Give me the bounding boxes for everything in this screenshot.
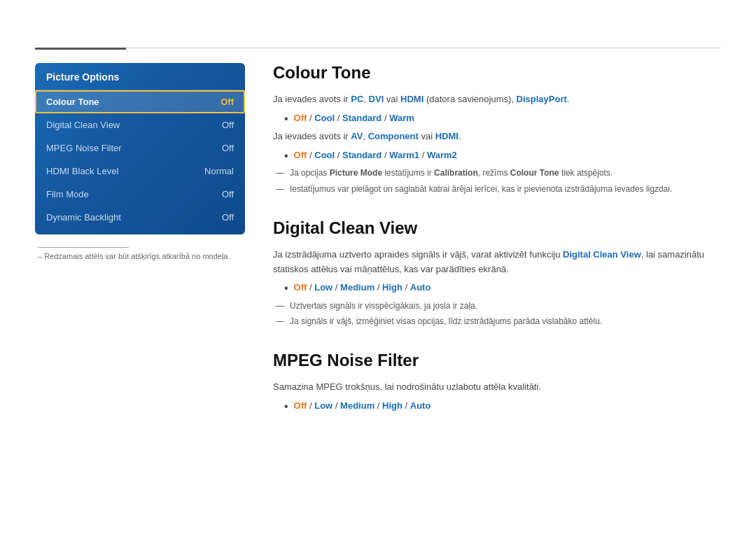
- footnote-area: – Redzamais attēls var būt atšķirīgs atk…: [35, 247, 245, 260]
- section-title-mpeg-noise-filter: MPEG Noise Filter: [273, 351, 721, 370]
- top-rule-full: [35, 48, 721, 48]
- section-digital-clean-view: Digital Clean View Ja izstrādājuma uztve…: [273, 218, 721, 328]
- dash-icon: —: [276, 315, 284, 328]
- section-title-digital-clean-view: Digital Clean View: [273, 218, 721, 238]
- menu-title: Picture Options: [35, 63, 245, 90]
- colour-tone-body-1: Ja ievades avots ir PC, DVI vai HDMI (da…: [273, 92, 721, 107]
- menu-item-dynamic-backlight[interactable]: Dynamic Backlight Off: [35, 206, 245, 229]
- menu-item-label: Film Mode: [46, 189, 89, 199]
- bullet-icon: •: [284, 399, 288, 414]
- dash-icon: —: [276, 167, 284, 180]
- colour-tone-bullet-2: • Off / Cool / Standard / Warm1 / Warm2: [284, 148, 721, 164]
- dash-icon: —: [276, 300, 284, 313]
- dcv-dash-2: — Ja signāls ir vājš, izmēģiniet visas o…: [276, 315, 721, 328]
- menu-item-label: MPEG Noise Filter: [46, 143, 122, 153]
- dcv-bullet-1: • Off / Low / Medium / High / Auto: [284, 281, 721, 296]
- colour-tone-options-2: Off / Cool / Standard / Warm1 / Warm2: [294, 148, 457, 163]
- dcv-dash-1: — Uztvertais signāls ir visspēcīgākais, …: [276, 300, 721, 313]
- menu-item-label: Dynamic Backlight: [46, 212, 121, 223]
- top-rule-accent: [35, 48, 126, 50]
- mpeg-options: Off / Low / Medium / High / Auto: [294, 399, 431, 414]
- menu-item-label: Colour Tone: [46, 97, 99, 107]
- menu-item-digital-clean-view[interactable]: Digital Clean View Off: [35, 113, 245, 136]
- bullet-icon: •: [284, 281, 288, 296]
- menu-item-film-mode[interactable]: Film Mode Off: [35, 183, 245, 206]
- colour-tone-bullet-1: • Off / Cool / Standard / Warm: [284, 111, 721, 127]
- menu-item-value: Off: [222, 143, 234, 153]
- colour-tone-options-1: Off / Cool / Standard / Warm: [294, 111, 414, 126]
- section-title-colour-tone: Colour Tone: [273, 63, 721, 83]
- menu-item-value: Normal: [204, 166, 234, 176]
- menu-item-hdmi-black-level[interactable]: HDMI Black Level Normal: [35, 160, 245, 183]
- menu-item-value: Off: [220, 97, 234, 107]
- menu-item-label: Digital Clean View: [46, 120, 120, 130]
- dcv-options: Off / Low / Medium / High / Auto: [294, 281, 431, 295]
- menu-item-label: HDMI Black Level: [46, 166, 118, 176]
- menu-item-value: Off: [222, 189, 234, 199]
- menu-item-colour-tone[interactable]: Colour Tone Off: [35, 90, 245, 113]
- section-colour-tone: Colour Tone Ja ievades avots ir PC, DVI …: [273, 63, 721, 196]
- dash-icon: —: [276, 183, 284, 196]
- footnote-divider: [38, 247, 129, 248]
- colour-tone-dash-2: — Iestatījumus var pielāgot un saglabāt …: [276, 183, 721, 196]
- section-mpeg-noise-filter: MPEG Noise Filter Samazina MPEG trokšņus…: [273, 351, 721, 414]
- picture-options-menu: Picture Options Colour Tone Off Digital …: [35, 63, 245, 234]
- right-content: Colour Tone Ja ievades avots ir PC, DVI …: [273, 63, 721, 437]
- dcv-body-1: Ja izstrādājuma uztverto apraides signāl…: [273, 248, 721, 277]
- mpeg-bullet-1: • Off / Low / Medium / High / Auto: [284, 399, 721, 414]
- colour-tone-body-2: Ja ievades avots ir AV, Component vai HD…: [273, 129, 721, 144]
- colour-tone-dash-1: — Ja opcijas Picture Mode iestatījums ir…: [276, 167, 721, 180]
- menu-item-value: Off: [222, 212, 234, 223]
- menu-item-value: Off: [222, 120, 234, 130]
- left-panel: Picture Options Colour Tone Off Digital …: [35, 63, 245, 437]
- footnote-text: – Redzamais attēls var būt atšķirīgs atk…: [38, 252, 242, 260]
- bullet-icon: •: [284, 111, 288, 127]
- menu-item-mpeg-noise-filter[interactable]: MPEG Noise Filter Off: [35, 136, 245, 160]
- bullet-icon: •: [284, 148, 288, 164]
- mpeg-body-1: Samazina MPEG trokšņus, lai nodrošinātu …: [273, 380, 721, 395]
